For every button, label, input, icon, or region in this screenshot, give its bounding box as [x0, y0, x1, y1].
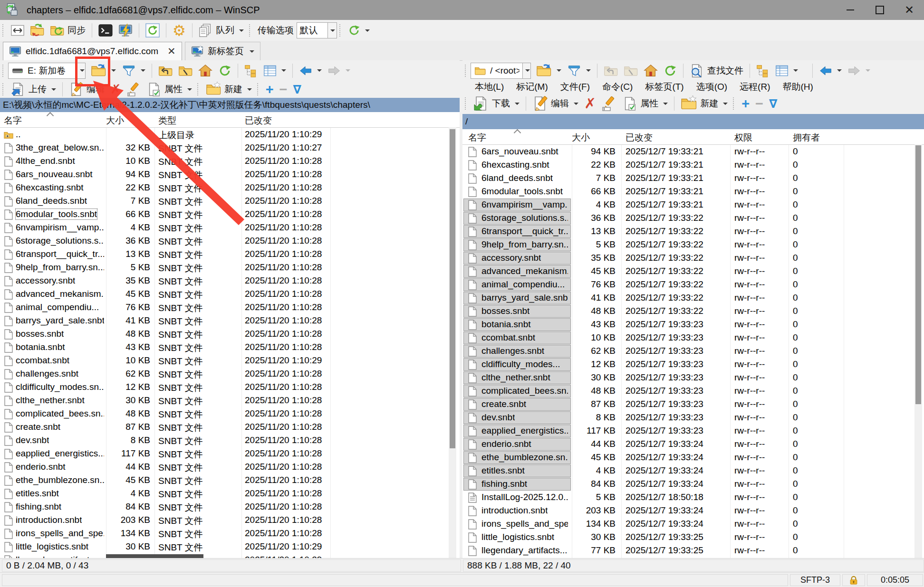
upload-button[interactable]: 上传 — [8, 80, 59, 98]
table-row[interactable]: complicated_bees.sn...48 KB2025/12/7 19:… — [462, 385, 924, 398]
menu-item-4[interactable]: 标签页(T) — [639, 81, 689, 93]
local-view-style-button[interactable] — [260, 62, 289, 80]
local-horizontal-scrollbar-thumb[interactable] — [106, 554, 203, 558]
local-rename-button[interactable] — [124, 80, 144, 98]
table-row[interactable]: 6hexcasting.snbt22 KB2025/12/7 19:33:21r… — [462, 159, 924, 172]
menu-item-6[interactable]: 远程(R) — [734, 81, 776, 93]
table-row[interactable]: ..上级目录2025/11/20 1:10:29 — [0, 128, 460, 142]
table-row[interactable]: advanced_mekanism...45 KBSNBT 文件2025/11/… — [0, 288, 460, 301]
column-header-type[interactable]: 类型 — [158, 114, 176, 127]
local-tree-toggle-button[interactable] — [241, 62, 260, 80]
table-row[interactable]: 6storage_solutions.s...36 KBSNBT 文件2025/… — [0, 235, 460, 248]
table-row[interactable]: clthe_nether.snbt30 KB2025/12/7 19:33:23… — [462, 371, 924, 385]
table-row[interactable]: enderio.snbt44 KBSNBT 文件2025/11/20 1:10:… — [0, 461, 460, 474]
transfer-settings-refresh-button[interactable] — [345, 21, 373, 39]
remote-directory-combo[interactable]: / <root> — [471, 63, 523, 79]
menu-item-1[interactable]: 标记(M) — [510, 81, 553, 93]
table-row[interactable]: accessory.snbt35 KB2025/12/7 19:33:22rw-… — [462, 252, 924, 265]
remote-properties-button[interactable]: 属性 — [620, 95, 671, 113]
local-back-button[interactable] — [296, 62, 325, 80]
table-row[interactable]: complicated_bees.sn...48 KBSNBT 文件2025/1… — [0, 407, 460, 421]
minimize-button[interactable] — [836, 0, 865, 20]
table-row[interactable]: irons_spells_and_spe...134 KB2025/12/7 1… — [462, 518, 924, 531]
menu-item-2[interactable]: 文件(F) — [555, 81, 596, 93]
table-row[interactable]: irons_spells_and_spe...134 KBSNBT 文件2025… — [0, 527, 460, 540]
table-row[interactable]: dev.snbt8 KBSNBT 文件2025/11/20 1:10:28 — [0, 434, 460, 447]
table-row[interactable]: botania.snbt43 KBSNBT 文件2025/11/20 1:10:… — [0, 341, 460, 354]
column-header-size[interactable]: 大小 — [572, 132, 616, 144]
table-row[interactable]: cldifficulty_modes...12 KB2025/12/7 19:3… — [462, 358, 924, 371]
remote-forward-button[interactable] — [845, 62, 873, 80]
table-row[interactable]: 6nvampirism__vamp...4 KBSNBT 文件2025/11/2… — [0, 221, 460, 235]
table-row[interactable]: barrys_yard_sale.snbt41 KB2025/12/7 19:3… — [462, 292, 924, 305]
table-row[interactable]: bosses.snbt48 KB2025/12/7 19:33:22rw-r--… — [462, 305, 924, 318]
remote-view-style-button[interactable] — [772, 62, 801, 80]
local-select-button[interactable]: + — [263, 80, 277, 98]
close-button[interactable]: ✕ — [895, 0, 924, 20]
table-row[interactable]: etitles.snbt4 KBSNBT 文件2025/11/20 1:10:2… — [0, 487, 460, 501]
local-unselect-button[interactable]: − — [277, 80, 290, 98]
remote-scrollbar-thumb[interactable] — [915, 145, 921, 404]
table-row[interactable]: ethe_bumblezone.sn...45 KBSNBT 文件2025/11… — [0, 474, 460, 487]
local-filter-button[interactable] — [119, 62, 148, 80]
transfer-preset-dropdown[interactable] — [328, 22, 337, 38]
remote-select-button[interactable]: + — [739, 95, 752, 113]
table-row[interactable]: challenges.snbt62 KB2025/12/7 19:33:23rw… — [462, 345, 924, 358]
table-row[interactable]: 9help_from_barry.sn...5 KBSNBT 文件2025/11… — [0, 261, 460, 275]
menu-item-3[interactable]: 命令(C) — [597, 81, 638, 93]
local-scrollbar-thumb[interactable] — [450, 129, 455, 448]
menu-item-0[interactable]: 本地(L) — [469, 81, 510, 93]
table-row[interactable]: fishing.snbt84 KB2025/12/7 19:33:24rw-r-… — [462, 478, 924, 491]
table-row[interactable]: create.snbt87 KBSNBT 文件2025/11/20 1:10:2… — [0, 421, 460, 434]
new-tab-button[interactable]: 新标签页 — [185, 42, 260, 60]
remote-open-directory-button[interactable] — [533, 62, 564, 80]
synchronize-button[interactable]: 同步 — [47, 21, 88, 39]
local-root-directory-button[interactable] — [175, 62, 195, 80]
queue-button[interactable]: 队列 — [196, 21, 247, 39]
table-row[interactable]: accessory.snbt35 KBSNBT 文件2025/11/20 1:1… — [0, 275, 460, 288]
column-header-changed[interactable]: 已改变 — [245, 114, 272, 127]
remote-vertical-scrollbar[interactable] — [914, 144, 922, 558]
column-header-rights[interactable]: 权限 — [734, 132, 752, 144]
local-drive-combo[interactable]: E: 新加卷 — [8, 63, 77, 79]
remote-unselect-button[interactable]: − — [752, 95, 766, 113]
open-terminal-button[interactable] — [96, 21, 116, 39]
refresh-session-button[interactable] — [143, 21, 163, 39]
remote-invert-selection-button[interactable]: ∇ — [766, 95, 780, 113]
remote-home-directory-button[interactable] — [641, 62, 661, 80]
swap-panels-button[interactable] — [8, 21, 27, 39]
remote-rename-button[interactable] — [599, 95, 620, 113]
table-row[interactable]: clthe_nether.snbt30 KBSNBT 文件2025/11/20 … — [0, 394, 460, 407]
table-row[interactable]: eapplied_energistics...117 KBSNBT 文件2025… — [0, 447, 460, 461]
tab-close-icon[interactable]: ✕ — [167, 46, 176, 57]
table-row[interactable]: ccombat.snbt10 KB2025/12/7 19:33:23rw-r-… — [462, 331, 924, 345]
table-row[interactable]: animal_compendiu...76 KB2025/12/7 19:33:… — [462, 278, 924, 292]
table-row[interactable]: cldifficulty_modes.sn...12 KBSNBT 文件2025… — [0, 381, 460, 394]
column-header-name[interactable]: 名字 — [4, 114, 22, 127]
remote-refresh-button[interactable] — [661, 62, 680, 80]
column-header-changed[interactable]: 已改变 — [626, 132, 653, 144]
maximize-button[interactable] — [865, 0, 895, 20]
table-row[interactable]: 6land_deeds.snbt7 KBSNBT 文件2025/11/20 1:… — [0, 195, 460, 208]
table-row[interactable]: dev.snbt8 KB2025/12/7 19:33:23rw-r--r--0 — [462, 411, 924, 425]
local-parent-directory-button[interactable] — [155, 62, 175, 80]
remote-parent-directory-button[interactable] — [601, 62, 621, 80]
transfer-preset-combo[interactable]: 默认 — [297, 22, 328, 38]
table-row[interactable]: 6nvampirism__vamp...4 KB2025/12/7 19:33:… — [462, 199, 924, 212]
table-row[interactable]: 6ars_nouveau.snbt94 KB2025/12/7 19:33:21… — [462, 145, 924, 159]
column-header-size[interactable]: 大小 — [106, 114, 148, 127]
download-button[interactable]: 下载 — [471, 95, 522, 113]
table-row[interactable]: 6transport__quick_tr...13 KB2025/12/7 19… — [462, 225, 924, 238]
table-row[interactable]: introduction.snbt203 KBSNBT 文件2025/11/20… — [0, 514, 460, 527]
table-row[interactable]: 6hexcasting.snbt22 KBSNBT 文件2025/11/20 1… — [0, 181, 460, 195]
column-header-name[interactable]: 名字 — [468, 132, 486, 144]
encryption-cell[interactable] — [842, 574, 865, 586]
table-row[interactable]: little_logistics.snbt30 KBSNBT 文件2025/11… — [0, 540, 460, 554]
column-header-owner[interactable]: 拥有者 — [793, 132, 820, 144]
remote-directory-dropdown[interactable] — [523, 63, 531, 79]
table-row[interactable]: 3the_great_below.sn...32 KBSNBT 文件2025/1… — [0, 142, 460, 155]
table-row[interactable]: fishing.snbt84 KBSNBT 文件2025/11/20 1:10:… — [0, 501, 460, 514]
open-putty-button[interactable] — [116, 21, 135, 39]
table-row[interactable]: eapplied_energistics...117 KB2025/12/7 1… — [462, 425, 924, 438]
table-row[interactable]: animal_compendiu...76 KBSNBT 文件2025/11/2… — [0, 301, 460, 314]
